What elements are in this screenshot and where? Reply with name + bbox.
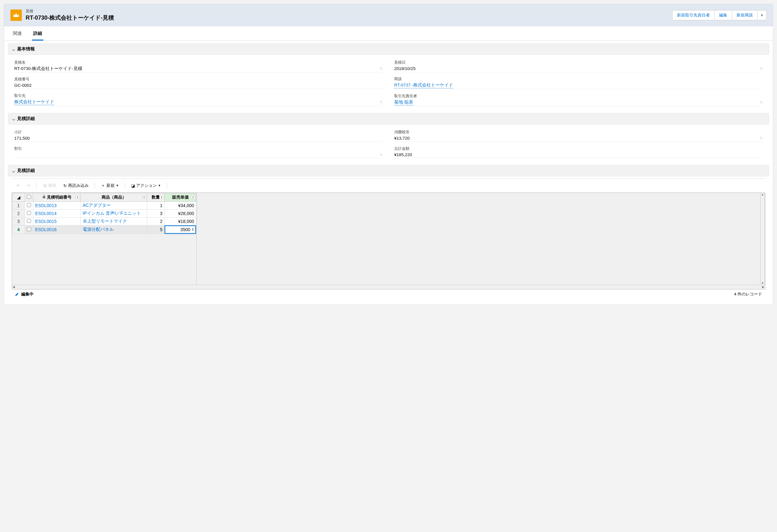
scroll-left-icon[interactable]: ◀	[13, 285, 15, 289]
grid-table: ◢ 見積明細番号 ▼ 商品（商品） ▼	[12, 193, 196, 285]
row-checkbox[interactable]	[27, 211, 31, 215]
plus-icon: ＋	[101, 183, 105, 188]
row-number[interactable]: 3	[12, 218, 25, 225]
line-number-cell[interactable]: ESDL0013	[33, 202, 81, 210]
opportunity-link[interactable]: RT-0737 -株式会社トーケイド	[394, 82, 453, 88]
row-checkbox[interactable]	[27, 203, 31, 207]
chevron-down-icon	[12, 169, 15, 172]
tab-related[interactable]: 関連	[12, 26, 23, 40]
row-checkbox-cell[interactable]	[25, 218, 33, 225]
unit-price-cell[interactable]: ¥34,000	[164, 202, 196, 210]
edit-pencil-icon[interactable]: ✎	[760, 67, 763, 71]
product-cell[interactable]: 卓上型リモートマイク	[81, 218, 147, 225]
edit-pencil-icon[interactable]: ✎	[379, 100, 383, 105]
edit-pencil-icon[interactable]: ✎	[379, 67, 383, 71]
qty-cell[interactable]: 5	[147, 225, 164, 234]
contact-link[interactable]: 菊地 聡美	[394, 99, 413, 105]
scroll-right-icon[interactable]: ▶	[762, 285, 764, 289]
col-line-no[interactable]: 見積明細番号 ▼	[33, 193, 81, 202]
tab-detail[interactable]: 詳細	[32, 26, 43, 40]
product-cell[interactable]: IPインカム 音声I／Fユニット	[81, 210, 147, 218]
chevron-down-icon	[12, 47, 15, 51]
section-totals-title: 見積詳細	[17, 116, 35, 122]
record-header: 見積 RT-0730-株式会社トーケイド-見積 新規取引先責任者 編集 新規商談…	[4, 4, 773, 26]
table-row[interactable]: 4ESDL0016電源分配パネル5▲▼	[12, 225, 196, 234]
line-number-cell[interactable]: ESDL0014	[33, 210, 81, 218]
grid-empty-area	[12, 234, 196, 285]
qty-cell[interactable]: 3	[147, 210, 164, 218]
name-value: RT-0730-株式会社トーケイド-見積	[14, 66, 82, 72]
edit-button[interactable]: 編集	[714, 10, 732, 20]
tab-bar: 関連 詳細	[4, 26, 773, 41]
table-row[interactable]: 1ESDL0013ACアダプター1¥34,000	[12, 202, 196, 210]
unit-price-cell[interactable]: ¥28,000	[164, 210, 196, 218]
new-opportunity-button[interactable]: 新規商談	[732, 10, 758, 20]
row-checkbox[interactable]	[27, 227, 31, 231]
column-menu-icon[interactable]: ▼	[159, 196, 164, 199]
col-qty[interactable]: 数量 ▼	[147, 193, 164, 202]
undo-button[interactable]: ↶	[14, 182, 23, 190]
product-cell[interactable]: 電源分配パネル	[81, 225, 147, 234]
row-checkbox-cell[interactable]	[25, 225, 33, 234]
row-number[interactable]: 4	[12, 225, 25, 234]
unit-price-input[interactable]	[165, 226, 195, 233]
row-checkbox[interactable]	[27, 219, 31, 223]
vertical-scrollbar[interactable]: ▲ ▼	[760, 193, 765, 285]
column-menu-icon[interactable]: ▼	[75, 196, 80, 199]
scroll-down-icon[interactable]: ▼	[761, 282, 764, 285]
column-menu-icon[interactable]: ▼	[191, 196, 195, 199]
header-actions: 新規取引先責任者 編集 新規商談 ▼	[672, 10, 767, 20]
table-row[interactable]: 2ESDL0014IPインカム 音声I／Fユニット3¥28,000	[12, 210, 196, 218]
chevron-down-icon	[12, 117, 15, 120]
reload-button[interactable]: ↻ 再読み込み	[61, 181, 92, 190]
line-number-cell[interactable]: ESDL0015	[33, 218, 81, 225]
grand-value: ¥185,220	[394, 152, 412, 157]
product-cell[interactable]: ACアダプター	[81, 202, 147, 210]
contact-label: 取引先責任者	[394, 93, 763, 99]
line-number-cell[interactable]: ESDL0016	[33, 225, 81, 234]
discount-label: 割引	[14, 146, 383, 151]
editing-indicator: 編集中	[15, 291, 33, 297]
action-button[interactable]: ◪ アクション ▼	[128, 181, 164, 190]
select-all-checkbox[interactable]	[27, 195, 31, 199]
row-checkbox-cell[interactable]	[25, 202, 33, 210]
redo-button[interactable]: ↷	[24, 182, 33, 190]
edit-pencil-icon[interactable]: ✎	[760, 136, 763, 140]
date-value: 2019/10/25	[394, 66, 416, 71]
name-label: 見積名	[14, 60, 383, 65]
qty-cell[interactable]: 2	[147, 218, 164, 225]
section-lines-header[interactable]: 見積詳細	[8, 165, 769, 176]
new-button[interactable]: ＋ 新規 ▼	[98, 181, 122, 190]
subtotal-value: 171,500	[14, 136, 30, 140]
column-menu-icon[interactable]: ▼	[142, 196, 146, 199]
table-row[interactable]: 3ESDL0015卓上型リモートマイク2¥18,000	[12, 218, 196, 225]
row-checkbox-cell[interactable]	[25, 210, 33, 218]
number-label: 見積番号	[14, 77, 383, 82]
row-number[interactable]: 2	[12, 210, 25, 218]
scroll-up-icon[interactable]: ▲	[761, 193, 764, 196]
new-contact-button[interactable]: 新規取引先責任者	[672, 10, 714, 20]
record-count: 4 件のレコード	[734, 291, 762, 297]
section-totals-header[interactable]: 見積詳細	[8, 113, 769, 124]
row-number[interactable]: 1	[12, 202, 25, 210]
chevron-down-icon: ▼	[116, 184, 119, 187]
more-actions-dropdown[interactable]: ▼	[757, 10, 767, 20]
account-link[interactable]: 株式会社トーケイド	[14, 99, 54, 105]
qty-cell[interactable]: 1	[147, 202, 164, 210]
unit-price-cell[interactable]: ▲▼	[164, 225, 196, 234]
spinner-icon[interactable]: ▲▼	[192, 228, 194, 231]
edit-pencil-icon[interactable]: ✎	[760, 100, 763, 105]
col-unit-price[interactable]: 販売単価 ▼	[164, 193, 196, 202]
col-product[interactable]: 商品（商品） ▼	[81, 193, 147, 202]
edit-pencil-icon[interactable]: ✎	[379, 152, 383, 157]
save-icon: 🖫	[43, 183, 47, 188]
grand-label: 合計金額	[394, 146, 763, 151]
horizontal-scrollbar[interactable]: ◀ ▶	[12, 285, 765, 289]
section-basic-header[interactable]: 基本情報	[8, 43, 769, 55]
grid-corner[interactable]: ◢	[12, 193, 25, 202]
section-lines-title: 見積詳細	[17, 168, 35, 174]
save-button[interactable]: 🖫 保存	[40, 181, 59, 190]
lock-icon	[42, 195, 46, 199]
unit-price-cell[interactable]: ¥18,000	[164, 218, 196, 225]
select-all-header[interactable]	[25, 193, 33, 202]
